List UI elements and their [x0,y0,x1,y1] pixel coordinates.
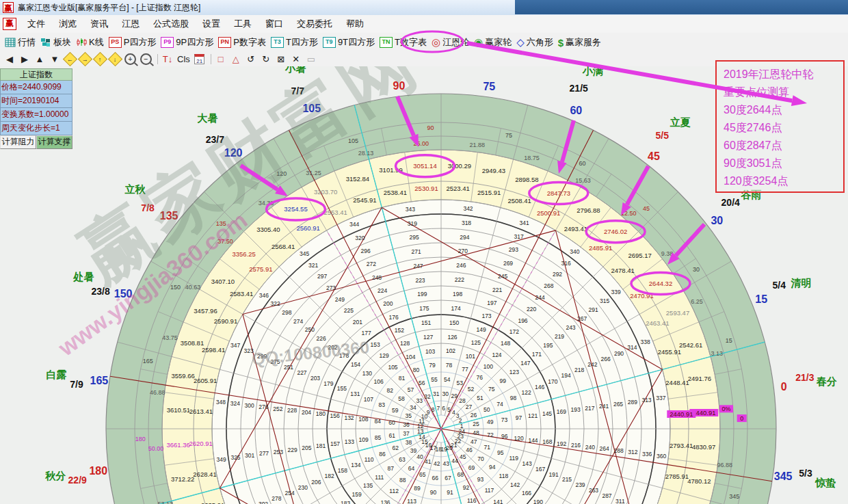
svg-text:72: 72 [487,432,494,438]
svg-text:3305.40: 3305.40 [256,226,280,233]
T3-badge-icon: T3 [271,37,284,48]
brand-logo: 赢 [3,18,16,30]
toolbar-button-9P四方形[interactable]: P99P四方形 [161,36,213,49]
svg-text:35: 35 [406,412,412,419]
svg-text:274: 274 [293,318,303,325]
svg-text:63: 63 [399,456,406,463]
svg-text:124: 124 [492,352,501,358]
toolbar-button-K线[interactable]: K线 [76,36,104,49]
svg-text:159: 159 [352,491,362,498]
zoom-in-button[interactable]: + [124,53,136,65]
panel-button-计算阻力[interactable]: 计算阻力 [0,135,36,149]
toolbar-label: P四方形 [124,36,157,49]
zoom-out-button[interactable]: − [140,53,152,65]
cross-tool[interactable]: ✕ [291,53,302,65]
svg-text:2847.73: 2847.73 [547,189,570,197]
toolbar-button-9T四方形[interactable]: T99T四方形 [323,36,375,49]
svg-text:59: 59 [392,407,399,414]
toolbar-button-赢家轮[interactable]: ◉赢家轮 [474,36,512,49]
svg-text:2785.91: 2785.91 [665,473,689,480]
svg-text:2493.41: 2493.41 [564,225,587,233]
svg-text:3610.51: 3610.51 [167,406,190,414]
svg-text:173: 173 [481,313,491,319]
pan-up-button[interactable]: ▲ [34,53,45,65]
svg-text:75: 75 [488,386,495,393]
svg-text:126: 126 [447,334,457,341]
scroll-left-button[interactable]: ◀ [4,53,15,65]
toolbar-button-T四方形[interactable]: T3T四方形 [271,36,318,49]
step-right-button[interactable]: → [79,53,90,65]
svg-text:7/9: 7/9 [70,379,83,390]
svg-text:270: 270 [458,248,468,254]
step-up-button[interactable]: ↑ [94,53,105,65]
calendar-button[interactable]: 21 [194,53,205,65]
rotate-ccw-button[interactable]: ↺ [246,53,256,65]
svg-text:341: 341 [520,220,529,226]
menu-资讯[interactable]: 资讯 [83,18,115,30]
step-down-button[interactable]: ↓ [109,53,120,65]
svg-text:2793.41: 2793.41 [670,442,693,449]
svg-text:129: 129 [380,352,389,359]
svg-text:342: 342 [463,205,473,212]
svg-text:30: 30 [711,215,723,226]
cls-button[interactable]: Cls [177,53,190,65]
screen-tool[interactable]: ▭ [306,53,317,65]
svg-text:36: 36 [403,421,410,428]
svg-text:6.25: 6.25 [691,298,703,305]
menu-浏览[interactable]: 浏览 [52,18,83,30]
svg-text:2568.41: 2568.41 [271,243,295,250]
t-down-button[interactable]: T↓ [162,53,173,65]
menu-公式选股[interactable]: 公式选股 [146,18,196,30]
svg-text:53: 53 [456,380,463,386]
svg-text:251: 251 [284,364,293,371]
svg-text:276: 276 [259,403,268,410]
svg-text:28.13: 28.13 [358,150,374,157]
svg-text:83: 83 [379,401,386,408]
toolbar-button-P四方形[interactable]: PSP四方形 [109,36,157,49]
svg-text:202: 202 [328,344,337,351]
toolbar-button-赢家服务[interactable]: $赢家服务 [558,36,601,49]
svg-text:90: 90 [393,80,406,92]
box-x-tool[interactable]: ⊠ [276,53,287,65]
square-tool[interactable]: □ [215,53,226,65]
svg-text:15: 15 [726,337,732,344]
svg-text:171: 171 [532,351,542,358]
menu-设置[interactable]: 设置 [196,18,227,30]
svg-text:339: 339 [611,289,621,295]
svg-text:45: 45 [643,205,650,212]
svg-text:141: 141 [493,499,503,504]
step-left-button[interactable]: ← [64,53,75,65]
toolbar-button-行情[interactable]: 行情 [5,36,36,49]
svg-text:272: 272 [367,261,376,267]
scroll-right-button[interactable]: ▶ [19,53,30,65]
rotate-cw-button[interactable]: ↻ [261,53,271,65]
menu-文件[interactable]: 文件 [21,18,52,30]
triangle-tool[interactable]: △ [230,53,241,65]
menu-窗口[interactable]: 窗口 [259,18,290,30]
menu-帮助[interactable]: 帮助 [339,18,371,30]
svg-text:86: 86 [379,451,386,457]
svg-text:88: 88 [399,477,406,483]
svg-text:5: 5 [447,406,451,413]
svg-text:112: 112 [389,488,399,494]
pan-down-button[interactable]: ▼ [49,53,60,65]
svg-text:120: 120 [224,147,243,159]
menu-交易委托[interactable]: 交易委托 [290,18,339,30]
toolbar-button-江恩轮[interactable]: ◎江恩轮 [432,36,469,49]
toolbar-button-P数字表[interactable]: PNP数字表 [218,36,266,49]
svg-text:218: 218 [574,367,584,373]
menu-江恩[interactable]: 江恩 [115,18,146,30]
toolbar-button-T数字表[interactable]: TNT数字表 [380,36,427,49]
toolbar-button-板块[interactable]: 板块 [40,36,71,49]
svg-text:惊蛰: 惊蛰 [815,477,836,488]
svg-text:312: 312 [628,449,637,455]
svg-text:204: 204 [302,409,311,416]
svg-text:43.75: 43.75 [162,334,178,341]
panel-button-计算支撑[interactable]: 计算支撑 [36,135,72,149]
toolbar-button-六角形[interactable]: ◇六角形 [516,36,553,49]
app-icon: 赢 [3,2,14,13]
svg-text:2590.91: 2590.91 [214,317,237,325]
svg-text:183: 183 [341,500,350,504]
svg-text:321: 321 [308,262,318,269]
menu-工具[interactable]: 工具 [227,18,259,30]
